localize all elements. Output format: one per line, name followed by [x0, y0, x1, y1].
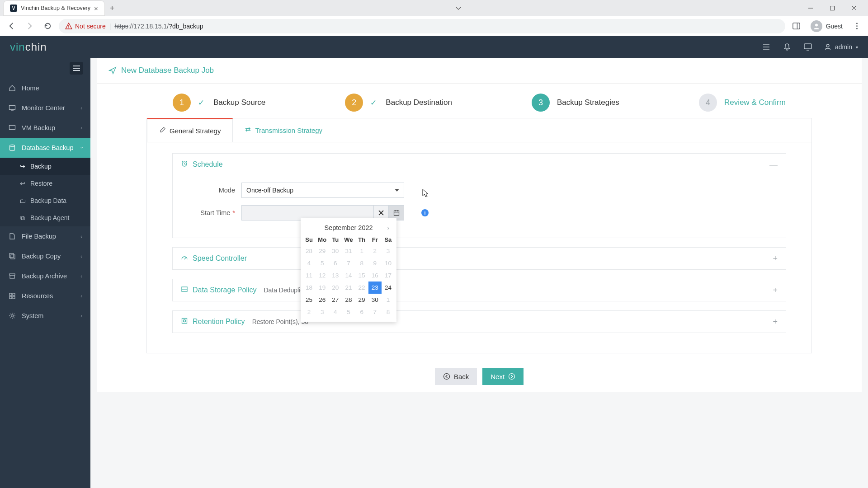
browser-tab[interactable]: V Vinchin Backup & Recovery ×: [4, 1, 104, 15]
step-1[interactable]: 1 ✓ Backup Source: [173, 94, 265, 112]
sidebar-item-vm-backup[interactable]: VM Backup ‹: [0, 118, 90, 138]
side-panel-icon[interactable]: [790, 19, 803, 33]
back-icon[interactable]: [5, 19, 18, 33]
sidebar-item-home[interactable]: Home: [0, 78, 90, 98]
calendar-day[interactable]: 4: [329, 306, 342, 318]
sidebar-item-label: Backup Archive: [22, 272, 67, 280]
step-3[interactable]: 3 Backup Strategies: [532, 94, 619, 112]
tab-transmission-strategy[interactable]: Transmission Strategy: [233, 118, 334, 142]
calendar-day[interactable]: 28: [342, 294, 355, 306]
calendar-day[interactable]: 1: [382, 294, 395, 306]
sidebar-sub-backup[interactable]: ↪Backup: [0, 158, 90, 175]
check-icon: ✓: [198, 98, 204, 108]
calendar-day[interactable]: 30: [329, 245, 342, 257]
sidebar-toggle[interactable]: [70, 62, 83, 75]
calendar-day[interactable]: 6: [329, 257, 342, 269]
calendar-day[interactable]: 23: [368, 282, 382, 294]
info-icon[interactable]: i: [421, 209, 429, 216]
bell-icon[interactable]: [783, 42, 792, 52]
sidebar-item-resources[interactable]: Resources ‹: [0, 286, 90, 306]
calendar-day[interactable]: 7: [368, 306, 382, 318]
calendar-day[interactable]: 15: [355, 269, 368, 282]
sidebar-sub-backup-data[interactable]: 🗀Backup Data: [0, 192, 90, 209]
monitor-icon[interactable]: [803, 42, 812, 52]
calendar-day[interactable]: 30: [368, 294, 382, 306]
back-button[interactable]: Back: [435, 368, 477, 385]
calendar-day[interactable]: 27: [329, 294, 342, 306]
panel-header-speed[interactable]: Speed Controller +: [173, 248, 786, 269]
sidebar-sub-backup-agent[interactable]: ⧉Backup Agent: [0, 209, 90, 226]
calendar-day[interactable]: 8: [355, 257, 368, 269]
calendar-next-icon[interactable]: ›: [385, 223, 392, 233]
calendar-day[interactable]: 20: [329, 282, 342, 294]
step-number: 4: [699, 94, 717, 112]
step-number: 2: [345, 94, 363, 112]
mode-select[interactable]: Once-off Backup: [241, 183, 404, 198]
calendar-day[interactable]: 29: [355, 294, 368, 306]
close-tab-icon[interactable]: ×: [94, 5, 98, 12]
calendar-day[interactable]: 24: [382, 282, 395, 294]
user-menu[interactable]: admin ▾: [824, 43, 858, 51]
next-button[interactable]: Next: [482, 368, 524, 385]
calendar-day[interactable]: 5: [316, 257, 329, 269]
date-picker[interactable]: September 2022 › SuMoTuWeThFrSa 28293031…: [301, 218, 396, 322]
calendar-day[interactable]: 9: [368, 257, 382, 269]
calendar-day[interactable]: 3: [316, 306, 329, 318]
calendar-day[interactable]: 18: [302, 282, 316, 294]
expand-icon[interactable]: +: [773, 317, 778, 327]
sidebar-sub-restore[interactable]: ↩Restore: [0, 175, 90, 192]
calendar-day[interactable]: 3: [382, 245, 395, 257]
calendar-day[interactable]: 12: [316, 269, 329, 282]
sidebar-item-backup-copy[interactable]: Backup Copy ‹: [0, 246, 90, 266]
calendar-day[interactable]: 7: [342, 257, 355, 269]
sidebar-item-system[interactable]: System ‹: [0, 306, 90, 326]
button-label: Next: [491, 373, 505, 380]
kebab-menu-icon[interactable]: [850, 19, 863, 33]
minimize-icon[interactable]: [800, 1, 821, 15]
step-4[interactable]: 4 Review & Confirm: [699, 94, 786, 112]
sidebar-item-monitor[interactable]: Monitor Center ‹: [0, 98, 90, 118]
calendar-day[interactable]: 5: [342, 306, 355, 318]
reload-icon[interactable]: [41, 19, 54, 33]
new-tab-button[interactable]: +: [106, 2, 118, 15]
panel-header-schedule[interactable]: Schedule —: [173, 154, 786, 175]
calendar-day[interactable]: 26: [316, 294, 329, 306]
expand-icon[interactable]: +: [773, 254, 778, 263]
calendar-day[interactable]: 2: [302, 306, 316, 318]
calendar-day[interactable]: 10: [382, 257, 395, 269]
calendar-day[interactable]: 14: [342, 269, 355, 282]
calendar-day[interactable]: 16: [368, 269, 382, 282]
calendar-day[interactable]: 25: [302, 294, 316, 306]
sidebar-item-database-backup[interactable]: Database Backup ‹: [0, 138, 90, 158]
calendar-day[interactable]: 29: [316, 245, 329, 257]
expand-icon[interactable]: +: [773, 286, 778, 295]
calendar-day[interactable]: 19: [316, 282, 329, 294]
sidebar-sub-label: Backup Agent: [30, 214, 69, 221]
calendar-day[interactable]: 28: [302, 245, 316, 257]
tab-general-strategy[interactable]: General Strategy: [147, 118, 233, 142]
calendar-day[interactable]: 8: [382, 306, 395, 318]
calendar-day[interactable]: 22: [355, 282, 368, 294]
list-view-icon[interactable]: [762, 42, 771, 52]
calendar-day[interactable]: 17: [382, 269, 395, 282]
sidebar-item-file-backup[interactable]: File Backup ‹: [0, 226, 90, 246]
calendar-day[interactable]: 4: [302, 257, 316, 269]
panel-header-retention[interactable]: Retention Policy Restore Point(s), 30 +: [173, 311, 786, 333]
forward-icon[interactable]: [23, 19, 36, 33]
panel-header-storage[interactable]: Data Storage Policy Data Deduplication: …: [173, 279, 786, 301]
calendar-day[interactable]: 21: [342, 282, 355, 294]
calendar-day[interactable]: 31: [342, 245, 355, 257]
close-window-icon[interactable]: [844, 1, 864, 15]
tabs-menu-icon[interactable]: [451, 1, 466, 15]
maximize-icon[interactable]: [822, 1, 843, 15]
sidebar-item-backup-archive[interactable]: Backup Archive ‹: [0, 266, 90, 286]
calendar-day[interactable]: 2: [368, 245, 382, 257]
calendar-day[interactable]: 13: [329, 269, 342, 282]
calendar-day[interactable]: 11: [302, 269, 316, 282]
calendar-day[interactable]: 1: [355, 245, 368, 257]
calendar-day[interactable]: 6: [355, 306, 368, 318]
profile-button[interactable]: Guest: [806, 19, 847, 34]
address-bar[interactable]: Not secure | https://172.18.15.1/?db_bac…: [59, 19, 785, 33]
step-2[interactable]: 2 ✓ Backup Destination: [345, 94, 452, 112]
collapse-icon[interactable]: —: [769, 160, 778, 169]
